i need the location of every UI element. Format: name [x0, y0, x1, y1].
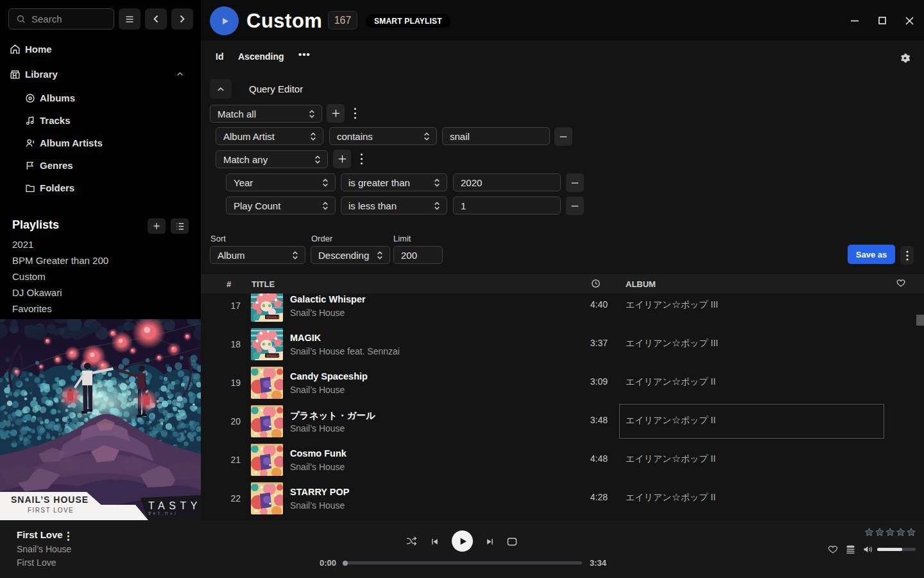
svg-text:∇≡T.Π×I: ∇≡T.Π×I [148, 511, 178, 516]
svg-text:FIRST LOVE: FIRST LOVE [28, 507, 74, 514]
svg-text:SNAILS: SNAILS [266, 315, 280, 319]
svg-text:SNAIL’S HOUSE: SNAIL’S HOUSE [11, 495, 89, 505]
svg-text:TASTY: TASTY [148, 500, 201, 511]
svg-text:SNAILS: SNAILS [266, 354, 280, 358]
